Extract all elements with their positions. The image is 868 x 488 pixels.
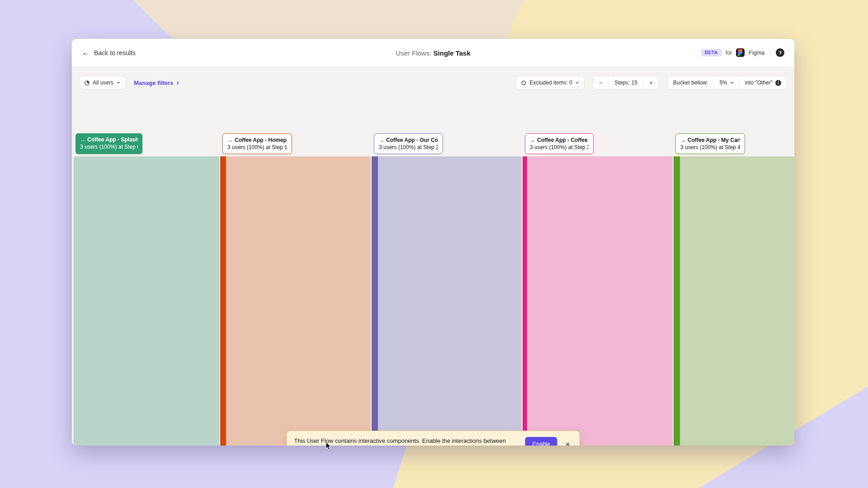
flow-column-our-coffee[interactable] xyxy=(378,156,522,446)
beta-badge: BETA xyxy=(701,49,722,56)
flow-strip-our-coffee xyxy=(372,156,378,446)
flow-strip-my-cart xyxy=(674,156,680,446)
mouse-cursor-icon xyxy=(326,442,331,452)
flow-subtitle: 3 users (100%) at Step 1 xyxy=(227,144,287,151)
window-header: ← Back to results User Flows: Single Tas… xyxy=(72,39,794,67)
flow-header-coffee-type[interactable]: →Coffee App - Coffee T... 3 users (100%)… xyxy=(525,133,594,154)
arrow-right-icon: → xyxy=(680,137,686,143)
flow-title: Coffee App - My Cart xyxy=(688,137,740,143)
flow-header-splash[interactable]: →Coffee App - Splash 3 users (100%) at S… xyxy=(75,133,142,154)
flow-strip-homepage xyxy=(220,156,226,446)
bucket-target: into "Other" i xyxy=(740,76,787,89)
arrow-right-icon: → xyxy=(530,137,535,143)
steps-increase-button[interactable]: + xyxy=(643,76,659,89)
figma-logo-icon xyxy=(736,48,745,57)
all-users-label: All users xyxy=(93,80,113,86)
flow-subtitle: 3 users (100%) at Step 4 xyxy=(680,144,740,151)
arrow-right-icon: → xyxy=(379,137,384,143)
bucket-percent-value: 5% xyxy=(719,80,727,86)
brand-name: Figma xyxy=(749,50,764,56)
filter-bar-right: Excluded items: 0 − Steps: 15 + Bucket b… xyxy=(516,76,787,89)
flow-header-my-cart[interactable]: →Coffee App - My Cart 3 users (100%) at … xyxy=(675,133,745,154)
arrow-right-icon: → xyxy=(227,137,233,143)
users-segment-icon xyxy=(85,80,90,85)
filter-bar-left: All users Manage filters xyxy=(79,76,179,89)
flow-subtitle: 3 users (100%) at Step 0 xyxy=(80,143,138,150)
header-right-group: BETA for Figma ? xyxy=(701,48,784,57)
user-flows-window: ← Back to results User Flows: Single Tas… xyxy=(72,39,794,446)
excluded-circle-icon xyxy=(521,80,526,85)
arrow-right-icon: → xyxy=(80,136,85,143)
flow-canvas: All users Manage filters xyxy=(72,67,794,446)
page-title-emphasis: Single Task xyxy=(434,49,471,56)
steps-stepper: − Steps: 15 + xyxy=(593,76,659,89)
all-users-dropdown[interactable]: All users xyxy=(79,76,126,89)
flow-column-my-cart[interactable] xyxy=(680,156,794,446)
close-icon[interactable]: ✕ xyxy=(564,440,572,446)
manage-filters-link[interactable]: Manage filters xyxy=(134,80,179,86)
flow-strip-coffee-type xyxy=(523,156,527,446)
flow-header-our-coffee[interactable]: →Coffee App - Our Coff... 3 users (100%)… xyxy=(374,133,443,154)
enable-button[interactable]: Enable xyxy=(525,437,557,446)
bucket-label: Bucket bellow: xyxy=(668,76,714,89)
steps-value: Steps: 15 xyxy=(609,76,643,89)
bucket-control: Bucket bellow: 5% into "Other" i xyxy=(667,76,787,89)
info-icon[interactable]: i xyxy=(775,80,781,86)
flow-title: Coffee App - Splash xyxy=(87,136,138,143)
back-label: Back to results xyxy=(94,49,136,56)
flow-column-homepage[interactable] xyxy=(226,156,371,446)
back-to-results-button[interactable]: ← Back to results xyxy=(82,49,136,56)
page-title: User Flows: Single Task xyxy=(396,49,471,56)
flow-column-splash[interactable] xyxy=(74,156,219,446)
flow-header-homepage[interactable]: →Coffee App - Homepage 3 users (100%) at… xyxy=(222,133,292,154)
chevron-down-icon xyxy=(730,81,734,84)
steps-decrease-button[interactable]: − xyxy=(593,76,609,89)
flow-column-coffee-type[interactable] xyxy=(527,156,673,446)
help-button[interactable]: ? xyxy=(776,48,784,57)
flow-subtitle: 3 users (100%) at Step 3 xyxy=(530,144,589,151)
chevron-right-icon xyxy=(176,81,179,84)
excluded-items-label: Excluded items: 0 xyxy=(529,80,572,86)
manage-filters-label: Manage filters xyxy=(134,80,173,86)
flow-title: Coffee App - Homepage xyxy=(235,137,287,143)
bucket-target-label: into "Other" xyxy=(745,80,773,86)
arrow-left-icon: ← xyxy=(82,49,90,56)
flow-title: Coffee App - Coffee T... xyxy=(537,137,589,143)
flow-title: Coffee App - Our Coff... xyxy=(386,137,438,143)
page-title-prefix: User Flows: xyxy=(396,49,431,56)
chevron-down-icon xyxy=(576,81,579,84)
for-label: for xyxy=(726,50,732,56)
flow-subtitle: 3 users (100%) at Step 2 xyxy=(379,144,438,151)
chevron-down-icon xyxy=(117,81,120,84)
excluded-items-dropdown[interactable]: Excluded items: 0 xyxy=(516,76,585,89)
header-divider xyxy=(770,49,770,56)
filter-bar: All users Manage filters xyxy=(79,76,787,89)
bucket-percent-dropdown[interactable]: 5% xyxy=(714,76,739,89)
